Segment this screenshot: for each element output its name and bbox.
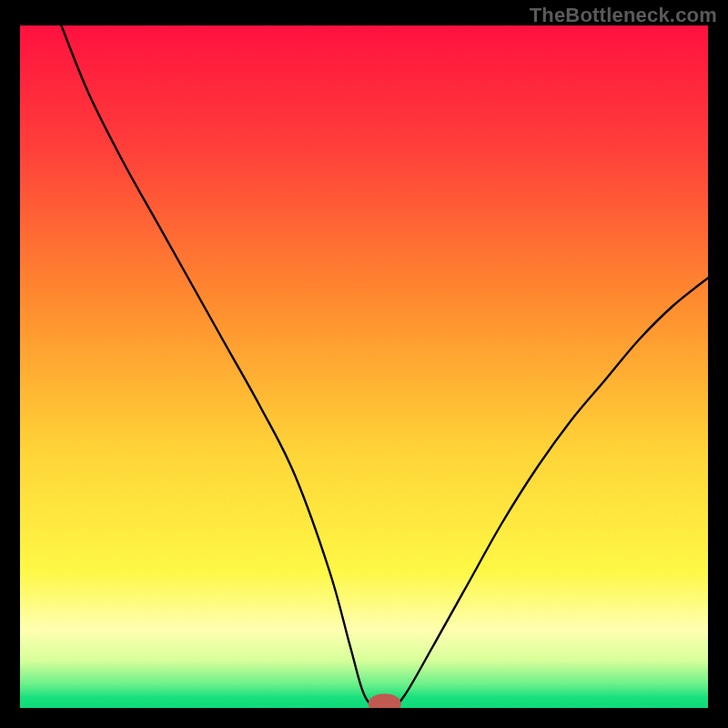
gradient-background [20, 25, 708, 708]
chart-frame: TheBottleneck.com [0, 0, 728, 728]
bottleneck-chart [20, 25, 708, 708]
plot-area [20, 25, 708, 708]
watermark-text: TheBottleneck.com [530, 4, 717, 27]
